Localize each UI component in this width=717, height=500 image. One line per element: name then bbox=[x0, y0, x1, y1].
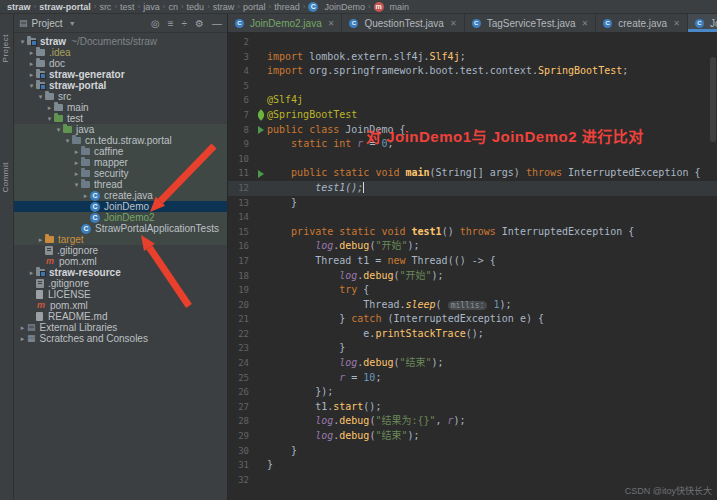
line-number[interactable]: 25 bbox=[228, 371, 254, 386]
code-line[interactable]: 29 log.debug("结束"); bbox=[228, 429, 717, 444]
breadcrumb-item[interactable]: tedu bbox=[186, 2, 206, 12]
line-number[interactable]: 28 bbox=[228, 414, 254, 429]
tree-item-gitignore[interactable]: .gitignore bbox=[14, 245, 227, 256]
tab-joindemo-java[interactable]: CJoinDemo.java✕ bbox=[688, 14, 717, 32]
code-line[interactable]: 28 log.debug("结果为:{}", r); bbox=[228, 414, 717, 429]
code-line[interactable]: 5 bbox=[228, 79, 717, 94]
line-number[interactable]: 24 bbox=[228, 356, 254, 371]
project-panel-title[interactable]: ▤ Project ▼ bbox=[19, 18, 76, 29]
code-line[interactable]: 17 Thread t1 = new Thread(() -> { bbox=[228, 254, 717, 269]
code-line[interactable]: 26 }); bbox=[228, 385, 717, 400]
breadcrumb-item[interactable]: straw bbox=[212, 2, 236, 12]
expand-all-icon[interactable]: ≡ bbox=[168, 18, 174, 29]
tree-item-target[interactable]: ▸target bbox=[14, 234, 227, 245]
code-line[interactable]: 3import lombok.extern.slf4j.Slf4j; bbox=[228, 50, 717, 65]
chevron-right-icon[interactable]: ▸ bbox=[45, 102, 54, 113]
code-line[interactable]: 31} bbox=[228, 458, 717, 473]
breadcrumb-item[interactable]: thread bbox=[273, 2, 301, 12]
line-number[interactable]: 2 bbox=[228, 35, 254, 50]
tree-item-src[interactable]: ▾src bbox=[14, 91, 227, 102]
code-line[interactable]: 23 } bbox=[228, 341, 717, 356]
code-line[interactable]: 30 } bbox=[228, 444, 717, 459]
tree-item-license[interactable]: LICENSE bbox=[14, 289, 227, 300]
tab-tagservicetest-java[interactable]: CTagServiceTest.java✕ bbox=[465, 14, 597, 32]
chevron-down-icon[interactable]: ▾ bbox=[18, 36, 27, 47]
tree-item-cn-tedu-straw-portal[interactable]: ▾cn.tedu.straw.portal bbox=[14, 135, 227, 146]
tree-item-idea[interactable]: ▸.idea bbox=[14, 47, 227, 58]
code-line[interactable]: 16 log.debug("开始"); bbox=[228, 239, 717, 254]
chevron-down-icon[interactable]: ▾ bbox=[72, 179, 81, 190]
line-number[interactable]: 9 bbox=[228, 137, 254, 152]
code-line[interactable]: 15 private static void test1() throws In… bbox=[228, 225, 717, 240]
chevron-right-icon[interactable]: ▸ bbox=[18, 333, 27, 344]
line-number[interactable]: 6 bbox=[228, 93, 254, 108]
stripe-tab-project[interactable]: Project bbox=[1, 34, 10, 62]
line-number[interactable]: 16 bbox=[228, 239, 254, 254]
breadcrumb-item[interactable]: portal bbox=[242, 2, 267, 12]
chevron-down-icon[interactable]: ▾ bbox=[54, 124, 63, 135]
code-line[interactable]: 11 public static void main(String[] args… bbox=[228, 166, 717, 181]
tab-joindemo2-java[interactable]: CJoinDemo2.java✕ bbox=[228, 14, 342, 32]
tree-item-caffine[interactable]: ▸caffine bbox=[14, 146, 227, 157]
line-number[interactable]: 29 bbox=[228, 429, 254, 444]
chevron-right-icon[interactable]: ▸ bbox=[27, 69, 36, 80]
tree-item-pom-xml[interactable]: mpom.xml bbox=[14, 256, 227, 267]
tree-item-main[interactable]: ▸main bbox=[14, 102, 227, 113]
code-line[interactable]: 2 bbox=[228, 35, 717, 50]
code-line[interactable]: 4import org.springframework.boot.test.co… bbox=[228, 64, 717, 79]
line-number[interactable]: 12 bbox=[228, 181, 254, 196]
line-number[interactable]: 21 bbox=[228, 312, 254, 327]
code-line[interactable]: 18 log.debug("开始"); bbox=[228, 269, 717, 284]
tree-item-thread[interactable]: ▾thread bbox=[14, 179, 227, 190]
line-number[interactable]: 23 bbox=[228, 341, 254, 356]
code-line[interactable]: 13 } bbox=[228, 196, 717, 211]
breadcrumb-item-class[interactable]: JoinDemo bbox=[323, 2, 366, 12]
breadcrumb-item[interactable]: java bbox=[142, 2, 161, 12]
code-line[interactable]: 24 log.debug("结束"); bbox=[228, 356, 717, 371]
tab-close-icon[interactable]: ✕ bbox=[328, 19, 335, 28]
tree-item-scratches-and-consoles[interactable]: ▸▦Scratches and Consoles bbox=[14, 333, 227, 344]
tree-item-straw-generator[interactable]: ▸straw-generator bbox=[14, 69, 227, 80]
run-icon[interactable] bbox=[258, 170, 264, 178]
breadcrumb-item[interactable]: test bbox=[119, 2, 136, 12]
chevron-right-icon[interactable]: ▸ bbox=[72, 157, 81, 168]
line-number[interactable]: 32 bbox=[228, 473, 254, 488]
code-line[interactable]: 25 r = 10; bbox=[228, 371, 717, 386]
tree-item-mapper[interactable]: ▸mapper bbox=[14, 157, 227, 168]
line-number[interactable]: 20 bbox=[228, 298, 254, 313]
chevron-down-icon[interactable]: ▾ bbox=[27, 80, 36, 91]
breadcrumb-item[interactable]: src bbox=[98, 2, 112, 12]
tree-item-strawportalapplicationtests[interactable]: CStrawPortalApplicationTests bbox=[14, 223, 227, 234]
chevron-right-icon[interactable]: ▸ bbox=[27, 47, 36, 58]
collapse-all-icon[interactable]: ÷ bbox=[182, 18, 188, 29]
hide-icon[interactable]: — bbox=[212, 18, 222, 29]
breadcrumb-item[interactable]: cn bbox=[167, 2, 179, 12]
tree-item-joindemo2[interactable]: CJoinDemo2 bbox=[14, 212, 227, 223]
line-number[interactable]: 19 bbox=[228, 283, 254, 298]
locate-icon[interactable]: ◎ bbox=[151, 18, 160, 29]
tree-item-readme-md[interactable]: README.md bbox=[14, 311, 227, 322]
code-line[interactable]: 19 try { bbox=[228, 283, 717, 298]
tab-close-icon[interactable]: ✕ bbox=[673, 19, 680, 28]
breadcrumb-item[interactable]: straw-portal bbox=[38, 2, 92, 12]
chevron-down-icon[interactable]: ▾ bbox=[36, 91, 45, 102]
tree-item-straw-resource[interactable]: ▸straw-resource bbox=[14, 267, 227, 278]
tab-questiontest-java[interactable]: CQuestionTest.java✕ bbox=[342, 14, 464, 32]
code-line[interactable]: 20 Thread.sleep( millis: 1); bbox=[228, 298, 717, 313]
tree-item-security[interactable]: ▸security bbox=[14, 168, 227, 179]
tab-close-icon[interactable]: ✕ bbox=[450, 19, 457, 28]
tab-close-icon[interactable]: ✕ bbox=[582, 19, 589, 28]
code-line[interactable]: 14 bbox=[228, 210, 717, 225]
tree-item-pom-xml[interactable]: mpom.xml bbox=[14, 300, 227, 311]
line-number[interactable]: 5 bbox=[228, 79, 254, 94]
line-number[interactable]: 10 bbox=[228, 152, 254, 167]
stripe-tab-commit[interactable]: Commit bbox=[1, 162, 10, 193]
code-line[interactable]: 10 bbox=[228, 152, 717, 167]
chevron-right-icon[interactable]: ▸ bbox=[72, 168, 81, 179]
tree-item-gitignore[interactable]: .gitignore bbox=[14, 278, 227, 289]
tree-item-straw[interactable]: ▾straw~/Documents/straw bbox=[14, 36, 227, 47]
line-number[interactable]: 22 bbox=[228, 327, 254, 342]
code-line[interactable]: 12 test1(); bbox=[228, 181, 717, 196]
tree-item-joindemo[interactable]: CJoinDemo bbox=[14, 201, 227, 212]
chevron-right-icon[interactable]: ▸ bbox=[27, 267, 36, 278]
